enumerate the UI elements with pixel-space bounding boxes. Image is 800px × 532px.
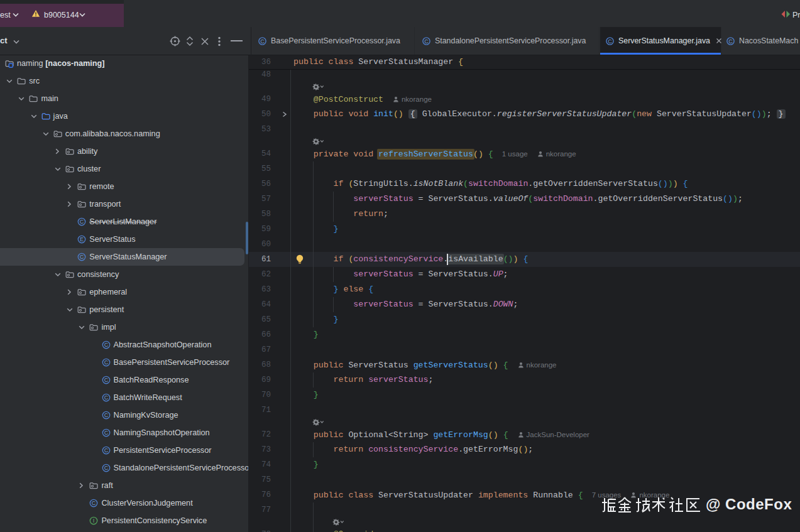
svg-text:C: C: [608, 38, 612, 44]
svg-text:C: C: [260, 38, 265, 44]
svg-text:C: C: [728, 38, 733, 44]
svg-text:C: C: [424, 38, 429, 44]
